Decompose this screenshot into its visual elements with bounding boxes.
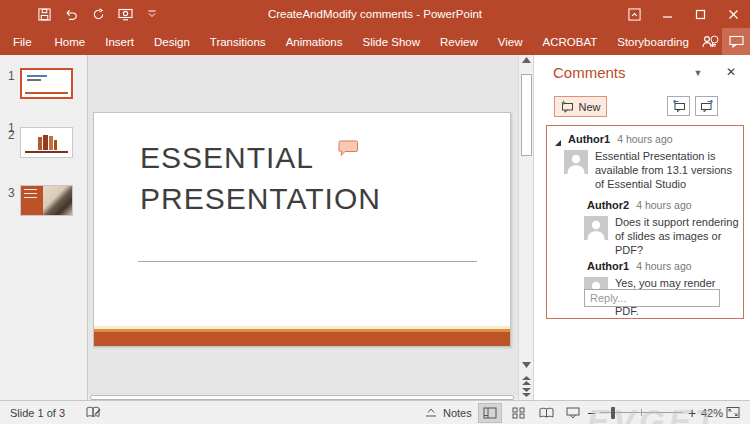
thumb3-text-block	[21, 186, 43, 215]
zoom-out-button[interactable]: −	[587, 401, 595, 424]
tab-acrobat[interactable]: ACROBAT	[533, 28, 608, 55]
zoom-slider-handle[interactable]	[611, 407, 615, 419]
minimize-button[interactable]	[651, 0, 684, 28]
window-controls	[618, 0, 750, 28]
zoom-in-button[interactable]: +	[688, 401, 696, 424]
thumb1-text-line	[27, 75, 47, 77]
avatar	[584, 216, 608, 240]
slide-thumbnail-1[interactable]	[20, 68, 73, 99]
quick-access-toolbar	[36, 0, 160, 28]
tab-animations[interactable]: Animations	[276, 28, 353, 55]
show-comments-button[interactable]	[722, 28, 750, 55]
reply-time: 4 hours ago	[636, 199, 691, 211]
save-icon[interactable]	[36, 6, 52, 22]
redo-icon[interactable]	[90, 6, 106, 22]
reply-time: 4 hours ago	[636, 260, 691, 272]
comments-pane-title: Comments	[553, 64, 626, 81]
new-comment-icon	[560, 100, 574, 113]
scroll-up-icon[interactable]	[520, 57, 533, 63]
avatar	[564, 150, 588, 174]
thumb2-accent-line	[25, 151, 68, 153]
normal-view-button[interactable]	[478, 403, 502, 423]
titlebar: CreateAndModify comments - PowerPoint	[0, 0, 750, 28]
reply-author: Author1	[587, 260, 629, 272]
close-button[interactable]	[717, 0, 750, 28]
slide-editing-surface[interactable]: ESSENTIAL PRESENTATION	[93, 112, 511, 347]
ribbon-display-options-icon[interactable]	[618, 0, 651, 28]
reply-author: Author2	[587, 199, 629, 211]
comment-time: 4 hours ago	[617, 133, 672, 145]
thumb1-text-line	[27, 79, 41, 81]
proofing-icon[interactable]	[86, 401, 101, 424]
comment-text: Essential Presentation is available from…	[595, 149, 738, 191]
previous-comment-button[interactable]	[667, 96, 690, 116]
vertical-scrollbar[interactable]	[518, 55, 533, 400]
fit-slide-to-window-icon[interactable]	[726, 401, 740, 424]
slide-show-view-button[interactable]	[561, 403, 585, 423]
pane-options-caret-icon[interactable]: ▼	[690, 66, 706, 80]
tab-insert[interactable]: Insert	[95, 28, 144, 55]
comment-marker-icon[interactable]	[337, 140, 359, 157]
reply-header: Author1 4 hours ago	[587, 260, 692, 274]
horizontal-scrollbar[interactable]	[88, 393, 518, 400]
thumb1-accent-bar	[25, 92, 68, 94]
slide-thumbnail-3[interactable]	[20, 185, 73, 216]
zoom-level[interactable]: 42%	[701, 401, 723, 424]
reply-header: Author2 4 hours ago	[587, 199, 692, 213]
next-comment-button[interactable]	[695, 96, 718, 116]
slide-sorter-view-button[interactable]	[506, 403, 530, 423]
start-slideshow-icon[interactable]	[117, 6, 133, 22]
tab-storyboarding[interactable]: Storyboarding	[607, 28, 699, 55]
thumbnail-number-1: 1	[8, 69, 15, 83]
thumbnail-number-3: 3	[8, 186, 15, 200]
thumb2-books-graphic	[38, 135, 57, 150]
tab-design[interactable]: Design	[144, 28, 200, 55]
comment-header: Author1 4 hours ago	[555, 133, 673, 147]
tab-view[interactable]: View	[488, 28, 533, 55]
tab-file[interactable]: File	[0, 28, 45, 55]
comment-thread[interactable]: Author1 4 hours ago Essential Presentati…	[546, 125, 744, 319]
notes-icon	[424, 407, 438, 419]
share-icon[interactable]	[694, 28, 722, 55]
thumbnail-number-2: 2	[8, 128, 15, 142]
new-comment-button[interactable]: New	[554, 96, 607, 117]
next-slide-button[interactable]	[520, 388, 533, 398]
zoom-slider-center-tick	[641, 409, 642, 416]
reply-text: Does it support rendering of slides as i…	[615, 215, 740, 257]
tab-slide-show[interactable]: Slide Show	[353, 28, 431, 55]
vertical-scrollbar-thumb[interactable]	[521, 74, 532, 156]
notes-toggle[interactable]: Notes	[424, 401, 472, 424]
previous-slide-button[interactable]	[520, 376, 533, 386]
new-comment-label: New	[578, 101, 600, 113]
status-bar: Slide 1 of 3 Notes −	[0, 400, 750, 424]
collapse-triangle-icon[interactable]	[555, 140, 561, 146]
slide-thumbnail-2[interactable]	[20, 127, 73, 158]
slide-indicator[interactable]: Slide 1 of 3	[10, 401, 65, 424]
undo-icon[interactable]	[63, 6, 79, 22]
scroll-down-icon[interactable]	[520, 362, 533, 368]
slide-canvas: ESSENTIAL PRESENTATION	[88, 55, 518, 400]
pane-close-icon[interactable]: ✕	[722, 64, 740, 80]
reading-view-button[interactable]	[534, 403, 558, 423]
slide-thumbnail-panel: 1 1 2 3	[0, 55, 88, 400]
slide-divider-line	[138, 261, 477, 262]
main-area: 1 1 2 3	[0, 55, 750, 400]
notes-label: Notes	[443, 407, 472, 419]
comments-pane: Comments ▼ ✕ New	[533, 55, 750, 400]
reply-input[interactable]	[584, 289, 720, 307]
maximize-button[interactable]	[684, 0, 717, 28]
slide-accent-bar	[94, 332, 510, 346]
customize-qat-icon[interactable]	[144, 6, 160, 22]
ribbon-tab-bar: File Home Insert Design Transitions Anim…	[0, 28, 750, 55]
tab-home[interactable]: Home	[45, 28, 96, 55]
thumb3-photo	[43, 186, 72, 215]
tab-review[interactable]: Review	[430, 28, 488, 55]
tab-transitions[interactable]: Transitions	[200, 28, 276, 55]
comment-author: Author1	[568, 133, 610, 145]
